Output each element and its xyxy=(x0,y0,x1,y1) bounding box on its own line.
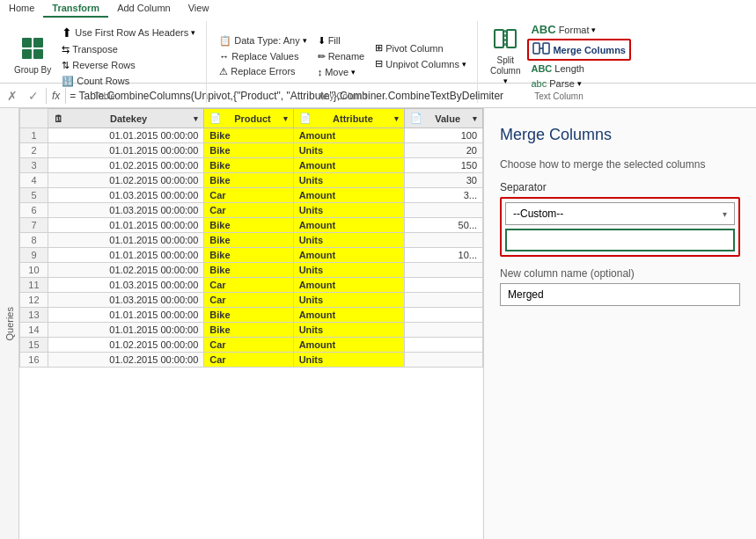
cell-product-12: Car xyxy=(204,293,293,308)
value-filter-button[interactable]: ▾ xyxy=(473,114,477,123)
cell-product-11: Car xyxy=(204,278,293,293)
row-num-2: 2 xyxy=(20,143,48,158)
cell-attribute-16: Units xyxy=(293,353,405,368)
data-type-icon: 📋 xyxy=(219,35,231,47)
parse-dropdown[interactable]: ▾ xyxy=(577,79,582,88)
group-table-label: Table xyxy=(4,91,206,101)
cell-product-2: Bike xyxy=(204,143,293,158)
tab-home[interactable]: Home xyxy=(0,0,43,18)
group-by-label: Group By xyxy=(14,65,51,76)
main-area: Queries 🗓 Datekey ▾ 📄 xyxy=(0,108,756,539)
new-col-input[interactable] xyxy=(500,283,740,306)
row-num-11: 11 xyxy=(20,278,48,293)
data-type-dropdown[interactable]: ▾ xyxy=(303,36,307,45)
group-table: Group By ⬆ Use First Row As Headers ▾ ⇆ … xyxy=(4,21,207,103)
merge-panel: Merge Columns Choose how to merge the se… xyxy=(483,108,756,539)
cell-attribute-15: Amount xyxy=(293,338,405,353)
cell-value-10 xyxy=(405,263,483,278)
count-rows-button[interactable]: 🔢 Count Rows xyxy=(58,74,199,89)
move-icon: ↕ xyxy=(318,67,323,77)
col-header-product[interactable]: 📄 Product ▾ xyxy=(204,109,293,128)
datekey-filter-button[interactable]: ▾ xyxy=(194,114,198,123)
rename-icon: ✏ xyxy=(318,51,326,62)
cell-attribute-12: Units xyxy=(293,293,405,308)
fill-label: Fill xyxy=(328,35,341,46)
replace-values-button[interactable]: ↔ Replace Values xyxy=(216,49,310,63)
replace-errors-button[interactable]: ⚠ Replace Errors xyxy=(216,64,310,79)
use-first-row-label: Use First Row As Headers xyxy=(75,27,188,38)
format-dropdown[interactable]: ▾ xyxy=(591,25,596,34)
cell-product-9: Bike xyxy=(204,248,293,263)
pivot-column-icon: ⊞ xyxy=(375,42,383,54)
svg-rect-8 xyxy=(543,43,549,54)
merge-panel-title: Merge Columns xyxy=(500,126,740,144)
fill-button[interactable]: ⬇ Fill xyxy=(314,33,369,48)
tab-add-column[interactable]: Add Column xyxy=(108,0,180,18)
separator-dropdown[interactable]: --Custom-- ▾ xyxy=(505,202,735,225)
pivot-column-button[interactable]: ⊞ Pivot Column xyxy=(371,40,470,55)
unpivot-columns-button[interactable]: ⊟ Unpivot Columns ▾ xyxy=(371,56,470,71)
table-row: 13 01.01.2015 00:00:00 Bike Amount xyxy=(20,308,483,323)
merge-columns-button[interactable]: Merge Columns xyxy=(527,39,631,61)
tab-transform[interactable]: Transform xyxy=(43,0,108,18)
split-column-dropdown[interactable]: ▾ xyxy=(503,76,508,85)
move-dropdown[interactable]: ▾ xyxy=(351,68,356,76)
row-num-14: 14 xyxy=(20,323,48,338)
row-num-4: 4 xyxy=(20,173,48,188)
separator-custom-input[interactable] xyxy=(505,229,735,251)
product-filter-button[interactable]: ▾ xyxy=(283,114,288,123)
col-header-value[interactable]: 📄 Value ▾ xyxy=(405,109,483,128)
cell-datekey-5: 01.03.2015 00:00:00 xyxy=(48,188,203,203)
cell-datekey-14: 01.01.2015 00:00:00 xyxy=(48,323,203,338)
svg-rect-3 xyxy=(33,49,43,59)
table-row: 7 01.01.2015 00:00:00 Bike Amount 50... xyxy=(20,218,483,233)
cell-datekey-16: 01.02.2015 00:00:00 xyxy=(48,353,203,368)
cell-attribute-8: Units xyxy=(293,233,405,248)
data-type-label: Data Type: Any xyxy=(234,35,299,46)
cell-value-14 xyxy=(405,323,483,338)
cell-value-15 xyxy=(405,338,483,353)
cell-product-15: Car xyxy=(204,338,293,353)
cell-datekey-6: 01.03.2015 00:00:00 xyxy=(48,203,203,218)
svg-rect-0 xyxy=(22,38,32,47)
attribute-filter-button[interactable]: ▾ xyxy=(394,114,399,123)
length-button[interactable]: ABC Length xyxy=(527,62,631,76)
cell-product-1: Bike xyxy=(204,128,293,143)
rename-button[interactable]: ✏ Rename xyxy=(314,49,369,64)
use-first-row-dropdown[interactable]: ▾ xyxy=(191,28,195,37)
new-column-section: New column name (optional) xyxy=(500,267,740,306)
queries-panel: Queries xyxy=(0,108,19,539)
cell-attribute-3: Amount xyxy=(293,158,405,173)
col-header-datekey[interactable]: 🗓 Datekey ▾ xyxy=(48,109,203,128)
table-row: 11 01.03.2015 00:00:00 Car Amount xyxy=(20,278,483,293)
group-text-column: SplitColumn ▾ ABC Format ▾ xyxy=(480,21,638,103)
separator-label: Separator xyxy=(500,181,740,193)
cell-attribute-11: Amount xyxy=(293,278,405,293)
format-button[interactable]: ABC Format ▾ xyxy=(527,21,631,38)
cell-attribute-5: Amount xyxy=(293,188,405,203)
split-column-button[interactable]: SplitColumn ▾ xyxy=(487,25,524,87)
attribute-col-label: Attribute xyxy=(333,113,373,124)
row-num-12: 12 xyxy=(20,293,48,308)
ribbon: Home Transform Add Column View xyxy=(0,0,756,84)
length-label: Length xyxy=(554,63,584,74)
data-type-button[interactable]: 📋 Data Type: Any ▾ xyxy=(216,33,310,48)
parse-button[interactable]: abc Parse ▾ xyxy=(527,76,631,91)
use-first-row-button[interactable]: ⬆ Use First Row As Headers ▾ xyxy=(58,24,199,41)
group-by-button[interactable]: Group By xyxy=(11,34,55,77)
tab-view[interactable]: View xyxy=(180,0,218,18)
attribute-col-icon: 📄 xyxy=(299,113,312,124)
col-header-attribute[interactable]: 📄 Attribute ▾ xyxy=(293,109,405,128)
group-any-column: 📋 Data Type: Any ▾ ↔ Replace Values ⚠ Re… xyxy=(209,21,478,103)
reverse-rows-button[interactable]: ⇅ Reverse Rows xyxy=(58,58,199,73)
merge-panel-subtitle: Choose how to merge the selected columns xyxy=(500,158,740,171)
any-col-right: ⬇ Fill ✏ Rename ↕ Move ▾ xyxy=(314,33,369,79)
cell-attribute-9: Amount xyxy=(293,248,405,263)
unpivot-dropdown[interactable]: ▾ xyxy=(462,60,466,69)
cell-datekey-3: 01.02.2015 00:00:00 xyxy=(48,158,203,173)
transpose-button[interactable]: ⇆ Transpose xyxy=(58,42,199,57)
move-button[interactable]: ↕ Move ▾ xyxy=(314,65,369,79)
cell-value-7: 50... xyxy=(405,218,483,233)
cell-value-16 xyxy=(405,353,483,368)
split-column-label: SplitColumn xyxy=(490,55,520,76)
